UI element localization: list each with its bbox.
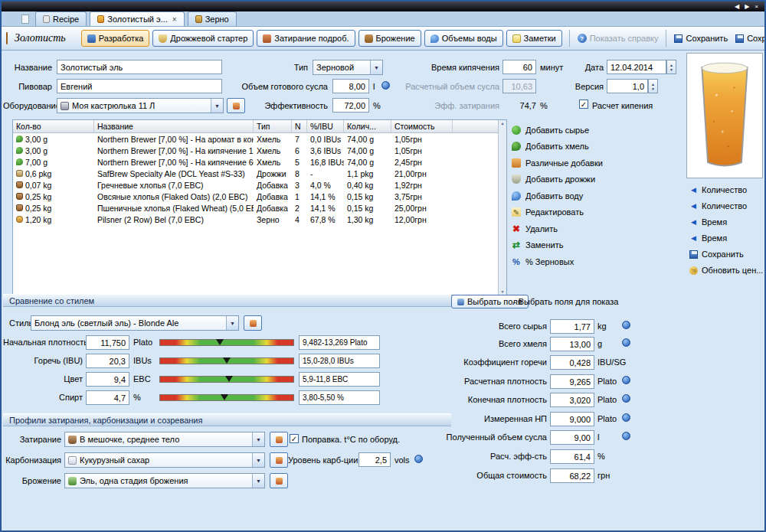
ibu-slider[interactable]: [159, 357, 294, 364]
abv-slider[interactable]: [159, 394, 294, 401]
style-edit-button[interactable]: [244, 315, 262, 331]
add-water-button[interactable]: Добавить воду: [512, 191, 603, 201]
chevron-down-icon[interactable]: ▼: [226, 316, 238, 330]
info-icon[interactable]: [622, 338, 630, 347]
spinner-down-icon[interactable]: ▼: [669, 67, 673, 72]
color-input[interactable]: [86, 372, 129, 387]
grain-percent-button[interactable]: %% Зерновых: [512, 256, 603, 266]
water-volumes-button[interactable]: Объемы воды: [424, 30, 503, 47]
measured-volume-input[interactable]: [550, 430, 594, 445]
measured-og-input[interactable]: [550, 412, 594, 426]
info-icon[interactable]: [622, 321, 630, 329]
mash-edit-button[interactable]: [270, 432, 288, 447]
brewer-input[interactable]: [57, 79, 222, 93]
color-slider[interactable]: [159, 376, 294, 383]
tab-grain[interactable]: Зерно: [188, 11, 237, 26]
ferm-edit-button[interactable]: [270, 473, 288, 488]
show-help-button[interactable]: ? Показать справку: [574, 30, 663, 47]
col-type[interactable]: Тип: [254, 120, 292, 132]
ibu-input[interactable]: [86, 354, 129, 368]
edit-button[interactable]: ✎Редактировать: [512, 207, 603, 217]
style-select[interactable]: Блонд эль (светлый эль) - Blonde Ale ▼: [31, 315, 239, 331]
table-row[interactable]: 0,25 kg Пшеничные хлопья (Flaked Wheat) …: [13, 202, 506, 214]
tab-golden-ale[interactable]: Золотистый э... ×: [90, 11, 184, 26]
color-marker[interactable]: [225, 376, 233, 382]
efficiency-input[interactable]: [332, 98, 369, 113]
info-icon[interactable]: [622, 413, 630, 422]
temp-adjust-checkbox[interactable]: ✓: [290, 434, 299, 443]
boil-time-input[interactable]: [502, 60, 536, 74]
scroll-down-icon[interactable]: ▼: [501, 289, 505, 294]
chevron-down-icon[interactable]: ▼: [211, 99, 223, 113]
save-as-button[interactable]: Сохранить как: [732, 30, 766, 47]
tab-close-icon[interactable]: ×: [172, 15, 177, 24]
col-pct[interactable]: %/IBU: [307, 120, 344, 132]
save-button[interactable]: Сохранить: [670, 30, 732, 47]
og-marker[interactable]: [216, 339, 224, 345]
og-input[interactable]: [86, 335, 129, 350]
window-close-icon[interactable]: ×: [755, 2, 758, 11]
ibu-marker[interactable]: [223, 357, 231, 364]
nav-back-icon[interactable]: ◀: [735, 2, 739, 11]
type-select[interactable]: Зерновой ▼: [313, 60, 383, 75]
fermentation-button[interactable]: Брожение: [358, 30, 421, 47]
table-row[interactable]: 7,00 g Northern Brewer [7,00 %] - На кип…: [13, 156, 506, 168]
quantity-link-2[interactable]: ◀Количество: [689, 201, 763, 211]
add-yeast-button[interactable]: Добавить дрожжи: [512, 175, 603, 184]
table-row[interactable]: 1,20 kg Pilsner (2 Row) Bel (7,0 EBC)Зер…: [13, 214, 506, 225]
date-input[interactable]: [607, 60, 666, 74]
info-icon[interactable]: [622, 432, 630, 440]
carb-edit-button[interactable]: [270, 452, 288, 468]
equipment-edit-button[interactable]: [227, 98, 245, 113]
table-row[interactable]: 0,6 pkg SafBrew Specialty Ale (DCL Yeast…: [13, 168, 506, 179]
table-row[interactable]: 3,00 g Northern Brewer [7,00 %] - На аро…: [13, 133, 506, 145]
spinner-down-icon[interactable]: ▼: [651, 86, 655, 91]
date-spinner[interactable]: ▲ ▼: [666, 60, 676, 74]
version-spinner[interactable]: ▲ ▼: [648, 79, 658, 93]
table-row[interactable]: 0,07 kg Гречневые хлопья (7,0 EBC)Добавк…: [13, 179, 506, 191]
chevron-down-icon[interactable]: ▼: [252, 432, 264, 446]
col-n[interactable]: N: [292, 120, 307, 132]
add-ingredient-button[interactable]: Добавить сырье: [512, 125, 603, 135]
update-prices-link[interactable]: %Обновить цен...: [689, 266, 763, 275]
equipment-select[interactable]: Моя кастрюлька 11 Л ▼: [57, 98, 224, 113]
table-scrollbar[interactable]: ▲ ▼: [498, 120, 506, 295]
abv-marker[interactable]: [221, 394, 228, 400]
abv-input[interactable]: [86, 390, 129, 405]
col-cost[interactable]: Стоимость: [391, 120, 453, 132]
chevron-down-icon[interactable]: ▼: [370, 60, 382, 74]
chevron-down-icon[interactable]: ▼: [252, 474, 264, 488]
nav-forward-icon[interactable]: ▶: [745, 2, 749, 11]
delete-button[interactable]: ✖Удалить: [512, 224, 603, 233]
name-input[interactable]: [57, 60, 222, 74]
table-row[interactable]: 0,25 kg Овсяные хлопья (Flaked Oats) (2,…: [13, 191, 506, 202]
info-icon[interactable]: [622, 394, 630, 403]
save-link[interactable]: Сохранить: [689, 250, 763, 259]
carb-profile-select[interactable]: Кукурузный сахар ▼: [64, 452, 265, 468]
design-button[interactable]: Разработка: [81, 30, 150, 47]
mash-detail-button[interactable]: Затирание подроб.: [257, 30, 355, 47]
chevron-down-icon[interactable]: ▼: [252, 453, 264, 467]
table-row[interactable]: 3,00 g Northern Brewer [7,00 %] - На кип…: [13, 145, 506, 156]
batch-volume-input[interactable]: [332, 79, 369, 93]
scroll-up-icon[interactable]: ▲: [501, 121, 505, 126]
time-link-1[interactable]: ◀Время: [689, 217, 763, 227]
time-link-2[interactable]: ◀Время: [689, 233, 763, 243]
og-slider[interactable]: [159, 339, 294, 346]
tab-recipe[interactable]: Recipe: [35, 11, 87, 26]
misc-additions-button[interactable]: Различные добавки: [512, 158, 603, 168]
yeast-starter-button[interactable]: Дрожжевой стартер: [152, 30, 254, 47]
ferm-profile-select[interactable]: Эль, одна стадия брожения ▼: [64, 473, 265, 488]
info-icon[interactable]: [622, 376, 630, 384]
col-amount[interactable]: Колич...: [344, 120, 391, 132]
version-input[interactable]: [607, 79, 648, 93]
replace-button[interactable]: ⇄Заменить: [512, 240, 603, 250]
batch-volume-info-icon[interactable]: [381, 81, 390, 90]
boil-calc-checkbox[interactable]: ✓: [579, 100, 588, 109]
notes-button[interactable]: Заметки: [506, 30, 562, 47]
mash-profile-select[interactable]: В мешочке, среднее тело ▼: [64, 432, 265, 447]
quantity-link-1[interactable]: ◀Количество: [689, 185, 763, 194]
col-qty[interactable]: Кол-во: [13, 120, 94, 132]
col-name[interactable]: Название: [94, 120, 254, 132]
add-hops-button[interactable]: Добавить хмель: [512, 142, 603, 152]
